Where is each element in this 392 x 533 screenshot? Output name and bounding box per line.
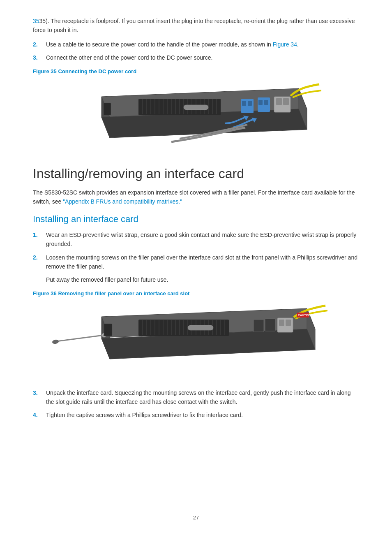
svg-rect-73 bbox=[279, 320, 284, 326]
figure36-svg: CAUTION bbox=[52, 302, 340, 378]
install-item-2: 2. Loosen the mounting screws on the fil… bbox=[33, 253, 359, 271]
svg-rect-34 bbox=[283, 98, 289, 105]
svg-rect-46 bbox=[104, 324, 112, 336]
install-list-2: 3. Unpack the interface card. Squeezing … bbox=[33, 388, 359, 420]
intro-list: 2. Use a cable tie to secure the power c… bbox=[33, 40, 359, 63]
svg-rect-69 bbox=[188, 325, 213, 330]
svg-rect-28 bbox=[248, 101, 252, 106]
svg-rect-71 bbox=[265, 319, 275, 331]
svg-line-41 bbox=[56, 335, 104, 341]
svg-point-42 bbox=[52, 339, 59, 344]
item2-text: Use a cable tie to secure the power cord… bbox=[46, 40, 359, 49]
svg-rect-27 bbox=[242, 101, 246, 106]
install-item-4: 4. Tighten the captive screws with a Phi… bbox=[33, 410, 359, 419]
svg-rect-25 bbox=[184, 105, 208, 110]
list-item-3: 3. Connect the other end of the power co… bbox=[33, 53, 359, 62]
figure36-title: Figure 36 Removing the filler panel over… bbox=[33, 290, 359, 297]
list-item-2: 2. Use a cable tie to secure the power c… bbox=[33, 40, 359, 49]
svg-rect-31 bbox=[264, 100, 268, 105]
svg-rect-30 bbox=[258, 100, 263, 105]
install-list: 1. Wear an ESD-preventive wrist strap, e… bbox=[33, 230, 359, 271]
intro-text: 3535). The receptacle is foolproof. If y… bbox=[33, 16, 359, 35]
install-item-3: 3. Unpack the interface card. Squeezing … bbox=[33, 388, 359, 407]
page-number: 27 bbox=[193, 514, 199, 521]
intro-text-ref: 35 bbox=[33, 18, 39, 24]
section-heading: Installing/removing an interface card bbox=[33, 166, 359, 181]
figure36-image: CAUTION bbox=[33, 302, 359, 378]
figure35-title: Figure 35 Connecting the DC power cord bbox=[33, 68, 359, 74]
put-away-text: Put away the removed filler panel for fu… bbox=[46, 275, 359, 284]
subsection-heading: Installing an interface card bbox=[33, 214, 359, 225]
svg-rect-4 bbox=[104, 103, 111, 115]
svg-rect-74 bbox=[286, 320, 291, 326]
install-item-1: 1. Wear an ESD-preventive wrist strap, e… bbox=[33, 230, 359, 249]
page: 3535). The receptacle is foolproof. If y… bbox=[0, 0, 392, 533]
svg-rect-70 bbox=[254, 320, 264, 332]
figure35-svg bbox=[69, 80, 323, 154]
svg-text:CAUTION: CAUTION bbox=[298, 314, 311, 317]
figure35-image bbox=[33, 80, 359, 154]
svg-rect-33 bbox=[276, 98, 282, 105]
section-body: The S5830-52SC switch provides an expans… bbox=[33, 188, 359, 206]
